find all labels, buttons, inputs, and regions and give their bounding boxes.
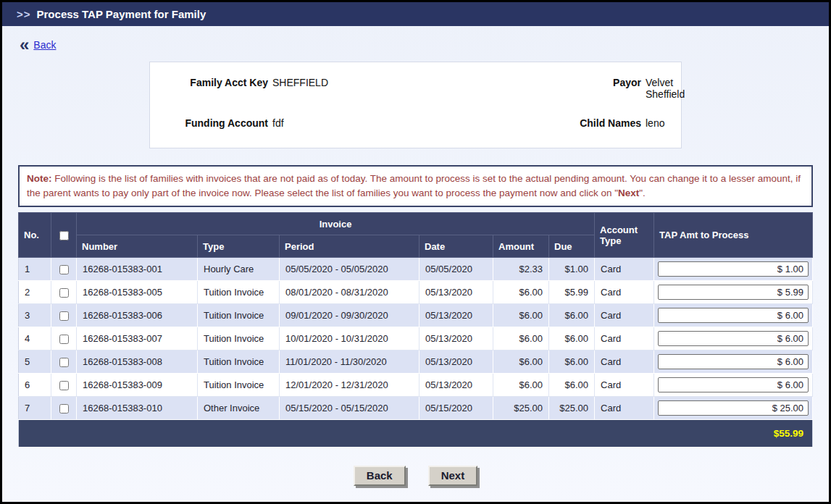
invoice-due: $6.00 (549, 327, 595, 350)
table-row: 1 16268-015383-001 Hourly Care 05/05/202… (19, 258, 813, 281)
invoice-number: 16268-015383-006 (77, 304, 198, 327)
invoice-due: $25.00 (549, 397, 595, 420)
invoice-number: 16268-015383-005 (77, 281, 198, 304)
row-checkbox[interactable] (59, 381, 69, 390)
invoice-period: 12/01/2020 - 12/31/2020 (280, 374, 419, 397)
invoice-number: 16268-015383-007 (77, 327, 198, 350)
tap-amount-input[interactable] (658, 308, 809, 323)
invoice-period: 11/01/2020 - 11/30/2020 (280, 350, 419, 374)
invoice-due: $6.00 (549, 304, 595, 327)
back-double-chevron-icon[interactable]: « (20, 38, 29, 51)
tap-amount-cell (654, 258, 813, 281)
invoice-period: 08/01/2020 - 08/31/2020 (280, 281, 419, 304)
row-checkbox[interactable] (59, 404, 69, 413)
page-title-bar: >> Process TAP Payment for Family (2, 2, 829, 26)
account-type: Card (595, 350, 654, 374)
row-checkbox-cell (51, 258, 77, 281)
page-title: Process TAP Payment for Family (37, 8, 206, 20)
account-type: Card (595, 374, 654, 397)
tap-amount-cell (654, 374, 813, 397)
invoice-type: Hourly Care (198, 258, 280, 281)
tap-amount-cell (654, 397, 813, 420)
invoice-date: 05/13/2020 (419, 350, 493, 374)
funding-account-label: Funding Account (150, 117, 268, 129)
child-names-value: leno (641, 117, 685, 129)
invoice-type: Tuition Invoice (198, 350, 280, 374)
row-checkbox[interactable] (59, 288, 69, 298)
invoice-due: $1.00 (549, 258, 595, 281)
invoice-period: 10/01/2020 - 10/31/2020 (280, 327, 419, 350)
header-no: No. (19, 213, 51, 258)
table-row: 6 16268-015383-009 Tuition Invoice 12/01… (19, 374, 813, 397)
row-checkbox-cell (51, 281, 77, 304)
row-number: 2 (19, 281, 51, 304)
invoice-number: 16268-015383-010 (77, 397, 198, 420)
account-type: Card (595, 281, 654, 304)
row-checkbox-cell (51, 374, 77, 397)
family-info-box: Family Acct Key SHEFFIELD Payor Velvet S… (149, 62, 682, 148)
header-period: Period (280, 235, 419, 258)
invoice-period: 05/15/2020 - 05/15/2020 (280, 397, 419, 420)
select-all-checkbox[interactable] (59, 231, 69, 240)
account-type: Card (595, 304, 654, 327)
child-names-label: Child Names (525, 117, 641, 129)
invoice-amount: $6.00 (493, 327, 549, 350)
header-date: Date (419, 235, 493, 258)
header-due: Due (549, 235, 595, 258)
table-row: 5 16268-015383-008 Tuition Invoice 11/01… (19, 350, 813, 374)
tap-amount-cell (654, 350, 813, 374)
invoice-type: Tuition Invoice (198, 281, 280, 304)
invoice-date: 05/15/2020 (419, 397, 493, 420)
invoice-due: $6.00 (549, 350, 595, 374)
total-amount: $55.99 (654, 420, 813, 447)
invoice-amount: $6.00 (493, 304, 549, 327)
tap-amount-cell (654, 281, 813, 304)
next-button[interactable]: Next (428, 466, 478, 486)
back-link[interactable]: Back (33, 39, 56, 51)
row-checkbox-cell (51, 327, 77, 350)
header-account-type: Account Type (595, 213, 654, 258)
tap-amount-input[interactable] (658, 285, 809, 300)
tap-amount-input[interactable] (658, 377, 809, 392)
tap-amount-input[interactable] (658, 261, 809, 277)
invoice-number: 16268-015383-001 (77, 258, 198, 281)
note-box: Note: Following is the list of families … (18, 165, 813, 207)
row-checkbox-cell (51, 397, 77, 420)
account-type: Card (595, 327, 654, 350)
payor-label: Payor (525, 77, 641, 100)
invoice-number: 16268-015383-008 (77, 350, 198, 374)
tap-amount-input[interactable] (658, 331, 809, 346)
invoice-date: 05/13/2020 (419, 304, 493, 327)
invoice-number: 16268-015383-009 (77, 374, 198, 397)
row-number: 5 (19, 350, 51, 374)
table-row: 4 16268-015383-007 Tuition Invoice 10/01… (19, 327, 813, 350)
title-chevrons-icon: >> (17, 8, 31, 20)
invoice-due: $6.00 (549, 374, 595, 397)
invoice-amount: $6.00 (493, 281, 549, 304)
table-row: 7 16268-015383-010 Other Invoice 05/15/2… (19, 397, 813, 420)
tap-amount-cell (654, 304, 813, 327)
table-row: 2 16268-015383-005 Tuition Invoice 08/01… (19, 281, 813, 304)
header-tap-amt: TAP Amt to Process (654, 213, 813, 258)
account-type: Card (595, 258, 654, 281)
back-button[interactable]: Back (354, 466, 406, 486)
invoice-amount: $2.33 (493, 258, 549, 281)
tap-amount-input[interactable] (658, 354, 809, 369)
row-checkbox[interactable] (59, 335, 69, 344)
header-amount: Amount (493, 235, 549, 258)
invoice-period: 05/05/2020 - 05/05/2020 (280, 258, 419, 281)
invoice-type: Other Invoice (198, 397, 280, 420)
payor-value: Velvet Sheffield (641, 77, 685, 100)
header-number: Number (77, 235, 198, 258)
invoice-type: Tuition Invoice (198, 327, 280, 350)
tap-amount-input[interactable] (658, 400, 809, 416)
family-acct-key-value: SHEFFIELD (268, 77, 525, 100)
bottom-button-row: Back Next (2, 466, 829, 486)
funding-account-value: fdf (268, 117, 525, 129)
row-number: 4 (19, 327, 51, 350)
invoice-period: 09/01/2020 - 09/30/2020 (280, 304, 419, 327)
row-checkbox[interactable] (59, 311, 69, 321)
row-checkbox[interactable] (59, 358, 69, 367)
row-number: 7 (19, 397, 51, 420)
row-checkbox[interactable] (59, 265, 69, 274)
